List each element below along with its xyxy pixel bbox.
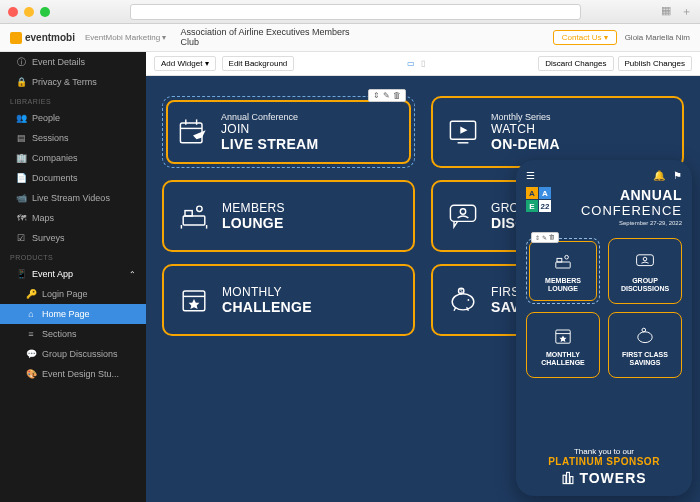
sidebar-item-label: Event Design Stu...: [42, 369, 119, 379]
palette-icon: 🎨: [26, 369, 36, 379]
svg-rect-21: [556, 262, 570, 268]
edit-icon[interactable]: ✎: [383, 91, 390, 100]
widget-tile-lounge[interactable]: MEMBERSLOUNGE: [162, 180, 415, 252]
people-icon: 👥: [16, 113, 26, 123]
phone-tile-challenge[interactable]: MONTHLYCHALLENGE: [526, 312, 600, 378]
sidebar-item-label: Surveys: [32, 233, 65, 243]
lock-icon: 🔒: [16, 77, 26, 87]
sidebar-item-label: Sessions: [32, 133, 69, 143]
widget-tile-live-stream[interactable]: ⇕✎🗑 Annual ConferenceJOINLIVE STREAM: [162, 96, 415, 168]
phone-tile-lounge[interactable]: ⇕✎🗑 MEMBERSLOUNGE: [526, 238, 600, 304]
chat-person-icon: [633, 250, 657, 274]
widget-toolbar[interactable]: ⇕✎🗑: [368, 89, 406, 102]
logo-cell: 22: [539, 200, 551, 212]
sidebar-item-sessions[interactable]: ▤Sessions: [0, 128, 146, 148]
sidebar-item-event-details[interactable]: ⓘEvent Details: [0, 52, 146, 72]
widget-tile-on-demand[interactable]: Monthly SeriesWATCHON-DEMA: [431, 96, 684, 168]
browser-url-bar[interactable]: [130, 4, 581, 20]
sidebar-item-login-page[interactable]: 🔑Login Page: [0, 284, 146, 304]
chat-person-icon: [445, 198, 481, 234]
building-icon: 🏢: [16, 153, 26, 163]
svg-rect-8: [185, 211, 192, 216]
flag-icon[interactable]: ⚑: [673, 170, 682, 181]
sidebar-item-home-page[interactable]: ⌂Home Page: [0, 304, 146, 324]
sidebar-item-group-discussions[interactable]: 💬Group Discussions: [0, 344, 146, 364]
survey-icon: ☑: [16, 233, 26, 243]
device-mobile-icon[interactable]: ▯: [421, 59, 425, 68]
sidebar-item-maps[interactable]: 🗺Maps: [0, 208, 146, 228]
brand-logo[interactable]: eventmobi: [10, 32, 75, 44]
phone-tile-l2: DISCUSSIONS: [621, 285, 669, 292]
sidebar-item-label: Live Stream Videos: [32, 193, 110, 203]
tile-line2: ON-DEMA: [491, 136, 560, 152]
sections-icon: ≡: [26, 329, 36, 339]
logo-cell: E: [526, 200, 538, 212]
bell-icon[interactable]: 🔔: [653, 170, 665, 181]
conference-logo: A A E 22: [526, 187, 551, 212]
phone-tile-l2: SAVINGS: [629, 359, 660, 366]
home-icon: ⌂: [26, 309, 36, 319]
move-icon[interactable]: ⇕: [373, 91, 380, 100]
svg-marker-16: [189, 299, 200, 309]
widget-tile-challenge[interactable]: MONTHLYCHALLENGE: [162, 264, 415, 336]
sidebar-item-privacy[interactable]: 🔒Privacy & Terms: [0, 72, 146, 92]
mobile-preview: ☰ 🔔 ⚑ A A E 22 ANNUAL CONFERENCE Septemb…: [516, 160, 692, 496]
edit-background-button[interactable]: Edit Background: [222, 56, 295, 71]
sidebar-item-label: Documents: [32, 173, 78, 183]
minimize-window-button[interactable]: [24, 7, 34, 17]
delete-icon[interactable]: 🗑: [393, 91, 401, 100]
sidebar-item-label: Event App: [32, 269, 73, 279]
contact-us-button[interactable]: Contact Us ▾: [553, 30, 617, 45]
play-monitor-icon: [445, 114, 481, 150]
svg-marker-28: [559, 335, 566, 342]
sidebar-item-label: Home Page: [42, 309, 90, 319]
titlebar-icons: ▦ ＋: [661, 4, 692, 19]
plus-icon[interactable]: ＋: [681, 4, 692, 19]
phone-tile-l1: GROUP: [632, 277, 658, 284]
svg-rect-12: [450, 205, 475, 221]
maximize-window-button[interactable]: [40, 7, 50, 17]
app-topbar: eventmobi EventMobi Marketing ▾ Associat…: [0, 24, 700, 52]
close-window-button[interactable]: [8, 7, 18, 17]
publish-changes-button[interactable]: Publish Changes: [618, 56, 692, 71]
brand-mark-icon: [10, 32, 22, 44]
add-widget-button[interactable]: Add Widget ▾: [154, 56, 216, 71]
sidebar-section-libraries: LIBRARIES: [0, 92, 146, 108]
device-desktop-icon[interactable]: ▭: [407, 59, 415, 68]
document-icon: 📄: [16, 173, 26, 183]
user-menu[interactable]: Gioia Mariella Nim: [625, 33, 690, 42]
video-icon: 📹: [16, 193, 26, 203]
sidebar-item-surveys[interactable]: ☑Surveys: [0, 228, 146, 248]
tile-line1: MONTHLY: [222, 285, 312, 299]
tile-line1: MEMBERS: [222, 201, 285, 215]
grid-icon[interactable]: ▦: [661, 4, 671, 19]
sidebar-item-event-app[interactable]: 📱Event App⌃: [0, 264, 146, 284]
hamburger-icon[interactable]: ☰: [526, 170, 535, 181]
move-icon[interactable]: ⇕: [535, 234, 540, 241]
piggy-bank-icon: $: [445, 282, 481, 318]
sidebar-item-label: Privacy & Terms: [32, 77, 97, 87]
logo-cell: A: [526, 187, 538, 199]
discard-changes-button[interactable]: Discard Changes: [538, 56, 613, 71]
phone-tile-l1: MONTHLY: [546, 351, 580, 358]
sidebar-item-design-studio[interactable]: 🎨Event Design Stu...: [0, 364, 146, 384]
sidebar-item-people[interactable]: 👥People: [0, 108, 146, 128]
phone-tile-savings[interactable]: FIRST CLASSSAVINGS: [608, 312, 682, 378]
sidebar-item-companies[interactable]: 🏢Companies: [0, 148, 146, 168]
lounge-icon: [551, 250, 575, 274]
phone-tile-l1: MEMBERS: [545, 277, 581, 284]
sidebar-item-documents[interactable]: 📄Documents: [0, 168, 146, 188]
edit-icon[interactable]: ✎: [542, 234, 547, 241]
org-breadcrumb[interactable]: EventMobi Marketing ▾: [85, 33, 166, 42]
sidebar-item-label: Sections: [42, 329, 77, 339]
sponsor-block: Thank you to our PLATINUM SPONSOR TOWERS: [526, 447, 682, 486]
sidebar-item-sections[interactable]: ≡Sections: [0, 324, 146, 344]
widget-toolbar[interactable]: ⇕✎🗑: [531, 232, 559, 243]
sidebar-item-livestream[interactable]: 📹Live Stream Videos: [0, 188, 146, 208]
event-title: Association of Airline Executives Member…: [180, 28, 360, 48]
delete-icon[interactable]: 🗑: [549, 234, 555, 241]
calendar-star-icon: [176, 282, 212, 318]
svg-point-30: [642, 328, 646, 332]
svg-rect-7: [183, 216, 205, 225]
phone-tile-discussions[interactable]: GROUPDISCUSSIONS: [608, 238, 682, 304]
